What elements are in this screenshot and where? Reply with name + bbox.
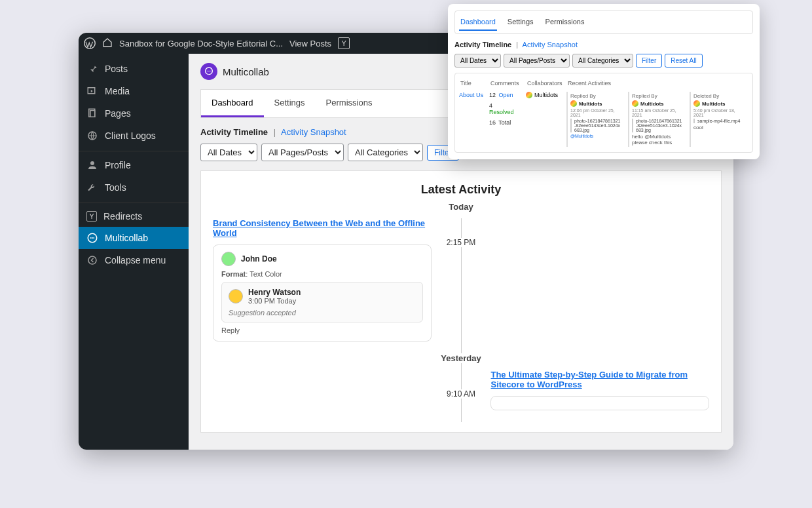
avatar-icon bbox=[526, 92, 532, 98]
popup-tab-permissions[interactable]: Permissions bbox=[544, 14, 586, 31]
svg-point-7 bbox=[90, 237, 92, 239]
tab-settings[interactable]: Settings bbox=[264, 90, 316, 117]
sidebar-item-label: Redirects bbox=[103, 211, 142, 222]
avatar-icon bbox=[632, 100, 638, 107]
popup-filter-dates[interactable]: All Dates bbox=[454, 54, 501, 68]
multicollab-logo-icon bbox=[200, 63, 217, 80]
popup-filters: All Dates All Pages/Posts All Categories… bbox=[454, 54, 753, 68]
sidebar-item-media[interactable]: Media bbox=[79, 80, 189, 102]
sidebar-item-tools[interactable]: Tools bbox=[79, 176, 189, 199]
popup-subnav-timeline[interactable]: Activity Timeline bbox=[454, 41, 511, 49]
svg-rect-3 bbox=[90, 111, 95, 117]
wordpress-logo-icon[interactable] bbox=[84, 37, 96, 49]
entry-time: 9:10 AM bbox=[443, 389, 479, 399]
popup-subnav-snapshot[interactable]: Activity Snapshot bbox=[523, 41, 578, 49]
row-activities: Replied By Multidots 12:04 pm October 25… bbox=[566, 92, 748, 147]
admin-sidebar: Posts Media Pages Client Logos Profile T… bbox=[79, 54, 189, 450]
avatar-icon bbox=[693, 100, 700, 107]
sidebar-item-posts[interactable]: Posts bbox=[79, 58, 189, 80]
reply-status: Suggestion accepted bbox=[229, 309, 416, 317]
view-posts-link[interactable]: View Posts bbox=[289, 39, 331, 49]
sidebar-item-label: Pages bbox=[105, 108, 131, 119]
page-title: Multicollab bbox=[223, 66, 269, 77]
sidebar-collapse[interactable]: Collapse menu bbox=[79, 249, 189, 271]
popup-filter-button[interactable]: Filter bbox=[636, 54, 662, 68]
popup-tabs: Dashboard Settings Permissions bbox=[454, 10, 753, 34]
media-icon bbox=[86, 85, 98, 97]
filter-pages[interactable]: All Pages/Posts bbox=[261, 144, 344, 161]
sidebar-item-label: Profile bbox=[105, 160, 131, 170]
sidebar-item-pages[interactable]: Pages bbox=[79, 102, 189, 125]
th-comments: Comments bbox=[490, 80, 522, 87]
popup-filter-pages[interactable]: All Pages/Posts bbox=[504, 54, 570, 68]
sidebar-item-multicollab[interactable]: Multicollab bbox=[79, 227, 189, 249]
globe-icon bbox=[86, 130, 98, 142]
sidebar-item-label: Collapse menu bbox=[105, 255, 166, 265]
pin-icon bbox=[86, 63, 98, 75]
subnav-timeline[interactable]: Activity Timeline bbox=[200, 127, 268, 137]
user-icon bbox=[86, 159, 98, 171]
home-icon[interactable] bbox=[102, 37, 113, 50]
th-recent: Recent Activities bbox=[568, 80, 747, 87]
yoast-icon: Y bbox=[86, 211, 97, 222]
activity-card: Replied By Multidots 12:04 pm October 25… bbox=[566, 92, 624, 147]
sidebar-item-redirects[interactable]: Y Redirects bbox=[79, 203, 189, 227]
timeline: 2:15 PM Brand Consistency Between the We… bbox=[213, 218, 709, 422]
wrench-icon bbox=[86, 182, 98, 193]
tab-permissions[interactable]: Permissions bbox=[316, 90, 383, 117]
th-title: Title bbox=[460, 80, 485, 87]
yoast-icon[interactable]: Y bbox=[338, 37, 350, 49]
activity-entry: 2:15 PM Brand Consistency Between the We… bbox=[213, 218, 709, 349]
popup-tab-dashboard[interactable]: Dashboard bbox=[459, 14, 497, 31]
day-label-today: Today bbox=[213, 202, 709, 212]
pages-icon bbox=[86, 107, 98, 119]
avatar bbox=[229, 289, 243, 303]
avatar bbox=[221, 252, 236, 266]
sidebar-item-label: Tools bbox=[105, 182, 126, 193]
svg-point-14 bbox=[210, 71, 210, 71]
row-collaborators: Multidots bbox=[526, 92, 561, 147]
filter-dates[interactable]: All Dates bbox=[200, 144, 257, 161]
popup-filter-categories[interactable]: All Categories bbox=[572, 54, 633, 68]
snapshot-popup: Dashboard Settings Permissions Activity … bbox=[448, 4, 760, 159]
site-title[interactable]: Sandbox for Google Doc-Style Editorial C… bbox=[119, 39, 283, 49]
svg-point-5 bbox=[90, 161, 94, 165]
sidebar-item-profile[interactable]: Profile bbox=[79, 151, 189, 176]
svg-point-8 bbox=[92, 237, 93, 239]
sidebar-item-label: Client Logos bbox=[105, 130, 156, 141]
reply-action[interactable]: Reply bbox=[221, 326, 423, 334]
reply-author: Henry Watson bbox=[248, 288, 301, 297]
svg-point-12 bbox=[207, 71, 208, 71]
svg-point-13 bbox=[208, 71, 209, 71]
popup-table-head: Title Comments Collaborators Recent Acti… bbox=[459, 77, 748, 92]
avatar-icon bbox=[570, 100, 577, 107]
filter-categories[interactable]: All Categories bbox=[348, 144, 423, 161]
comment-author: John Doe bbox=[241, 254, 277, 264]
activity-heading: Latest Activity bbox=[213, 183, 709, 197]
popup-reset-button[interactable]: Reset All bbox=[665, 54, 702, 68]
collapse-icon bbox=[86, 254, 98, 266]
day-label-yesterday: Yesterday bbox=[213, 353, 709, 363]
entry-post-link[interactable]: Brand Consistency Between the Web and th… bbox=[213, 218, 432, 238]
subnav-snapshot[interactable]: Activity Snapshot bbox=[281, 127, 346, 137]
sidebar-item-client-logos[interactable]: Client Logos bbox=[79, 125, 189, 147]
svg-point-9 bbox=[93, 237, 94, 239]
comment-card bbox=[490, 396, 709, 410]
sidebar-item-label: Media bbox=[105, 86, 130, 96]
activity-card: Replied By Multidots 11:15 am October 25… bbox=[628, 92, 686, 147]
reply-card: Henry Watson 3:00 PM Today Suggestion ac… bbox=[221, 282, 423, 322]
row-comments: 12 Open 4 Resolved 16 Total bbox=[489, 92, 521, 147]
svg-point-10 bbox=[88, 256, 96, 264]
tab-dashboard[interactable]: Dashboard bbox=[201, 90, 264, 117]
comment-meta: Format: Text Color bbox=[221, 270, 423, 278]
row-title[interactable]: About Us bbox=[459, 92, 484, 147]
popup-table: Title Comments Collaborators Recent Acti… bbox=[454, 73, 753, 153]
popup-tab-settings[interactable]: Settings bbox=[506, 14, 535, 31]
multicollab-icon bbox=[86, 232, 98, 244]
popup-subnav: Activity Timeline | Activity Snapshot bbox=[454, 41, 753, 49]
popup-table-row: About Us 12 Open 4 Resolved 16 Total Mul… bbox=[459, 92, 748, 147]
sidebar-item-label: Multicollab bbox=[105, 233, 148, 243]
activity-card: Deleted By Multidots 5:40 pm October 18,… bbox=[690, 92, 747, 147]
reply-time: 3:00 PM Today bbox=[248, 297, 301, 305]
entry-post-link[interactable]: The Ultimate Step-by-Step Guide to Migra… bbox=[490, 370, 709, 389]
